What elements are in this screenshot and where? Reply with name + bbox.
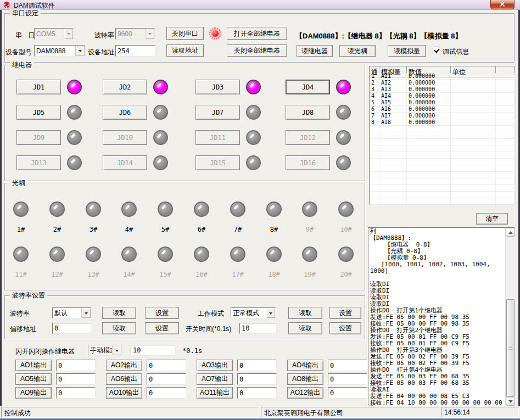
chevron-down-icon[interactable]	[266, 308, 275, 318]
read-analog-button[interactable]: 读模拟量	[388, 45, 426, 57]
ao-output-button-2[interactable]: AO2输出	[106, 360, 142, 371]
ao-output-button-5[interactable]: AO5输出	[15, 373, 52, 385]
table-cell: 0.000000	[407, 73, 451, 80]
table-cell	[451, 93, 496, 99]
relay-button-jd6[interactable]: JD6	[103, 105, 147, 120]
serial-port-label: 串 口	[15, 31, 35, 40]
read-relay-button[interactable]: 读继电器	[297, 45, 333, 57]
scroll-up-icon[interactable]	[506, 228, 515, 237]
table-cell	[451, 80, 496, 86]
ao-output-input-7[interactable]	[237, 373, 277, 385]
ao-output-input-9[interactable]	[56, 387, 96, 399]
offset-set-button[interactable]: 设置	[145, 322, 179, 334]
chevron-down-icon[interactable]	[75, 46, 85, 56]
chevron-down-icon[interactable]	[81, 308, 91, 318]
relay-button-jd16[interactable]: JD16	[286, 155, 330, 170]
opto-led-13	[86, 247, 101, 262]
ao-output-button-9[interactable]: AO9输出	[15, 387, 52, 399]
ao-output-button-10[interactable]: AO10输出	[106, 387, 142, 399]
table-cell-empty	[496, 172, 515, 178]
ao-output-input-10[interactable]	[147, 387, 186, 399]
close-all-relays-button[interactable]: 关闭全部继电器	[227, 44, 287, 57]
close-button[interactable]	[490, 0, 515, 9]
ao-output-button-8[interactable]: AO8输出	[287, 373, 323, 385]
table-cell-channel: 1	[370, 73, 379, 80]
ao-output-button-1[interactable]: AO1输出	[15, 360, 52, 371]
relay-button-jd7[interactable]: JD7	[195, 105, 240, 120]
debug-info-checkbox[interactable]	[433, 47, 440, 54]
ao-output-input-6[interactable]	[147, 373, 186, 385]
relay-button-jd3[interactable]: JD3	[195, 80, 240, 94]
log-scrollbar[interactable]	[505, 228, 515, 406]
ao-output-input-8[interactable]	[328, 373, 367, 385]
table-cell-empty	[379, 178, 407, 185]
chevron-down-icon[interactable]	[112, 345, 121, 355]
chevron-down-icon	[145, 29, 154, 39]
relay-button-jd14[interactable]: JD14	[103, 155, 147, 170]
table-cell-empty	[407, 165, 451, 172]
baud-read-button[interactable]: 读取	[102, 307, 136, 319]
baudrate-label: 波特率	[94, 31, 114, 40]
ao-output-input-12[interactable]	[328, 387, 367, 399]
device-model-select[interactable]: DAM0888	[34, 45, 85, 57]
relay-button-jd8[interactable]: JD8	[286, 105, 330, 120]
opto-label-8: 8#	[262, 226, 286, 233]
ao-output-button-12[interactable]: AO12输出	[287, 387, 323, 399]
relay-button-jd4[interactable]: JD4	[286, 80, 330, 94]
open-all-relays-button[interactable]: 打开全部继电器	[227, 27, 287, 40]
log-box[interactable]: 列 【DAM0888】: 【继电器 0-8】 【光耦 0-8】 【模拟量 0-8…	[368, 227, 515, 406]
read-opto-button[interactable]: 读光耦	[339, 45, 376, 57]
flash-time-input[interactable]	[131, 345, 176, 356]
relay-button-jd12[interactable]: JD12	[286, 130, 330, 145]
relay-button-jd11[interactable]: JD11	[195, 130, 240, 145]
opto-label-17: 17#	[226, 271, 250, 278]
switch-time-input[interactable]	[239, 323, 277, 334]
opto-label-16: 16#	[189, 271, 214, 278]
log-text: 列 【DAM0888】: 【继电器 0-8】 【光耦 0-8】 【模拟量 0-8…	[368, 228, 515, 406]
baud-select[interactable]: 默认	[52, 307, 91, 318]
serial-port-select: COM5	[34, 28, 74, 40]
ao-output-input-11[interactable]	[237, 387, 277, 399]
relay-button-jd2[interactable]: JD2	[103, 80, 147, 94]
relay-button-jd1[interactable]: JD1	[16, 80, 61, 94]
relay-button-jd10[interactable]: JD10	[103, 130, 147, 145]
baud-set-button[interactable]: 设置	[145, 307, 179, 319]
relay-button-jd15[interactable]: JD15	[195, 155, 240, 170]
ao-output-input-1[interactable]	[56, 360, 96, 371]
work-mode-read-button[interactable]: 读取	[288, 307, 322, 319]
relay-button-jd13[interactable]: JD13	[16, 155, 61, 170]
title-bar[interactable]: DAM调试软件	[0, 0, 520, 10]
ao-output-input-2[interactable]	[147, 360, 186, 371]
window-border-left	[0, 10, 2, 420]
scrollbar-thumb[interactable]	[506, 299, 515, 397]
ao-output-button-6[interactable]: AO6输出	[106, 373, 142, 385]
table-cell-empty	[379, 132, 407, 139]
switch-time-read-button[interactable]: 读取	[288, 322, 322, 334]
relay-button-jd9[interactable]: JD9	[16, 130, 61, 145]
work-mode-label: 工作模式	[198, 309, 224, 318]
work-mode-set-button[interactable]: 设置	[329, 307, 361, 319]
work-mode-select[interactable]: 正常模式	[231, 307, 276, 318]
device-address-input[interactable]	[115, 45, 155, 57]
read-address-button[interactable]: 读取地址	[166, 44, 204, 57]
flash-mode-select[interactable]: 手动模式	[88, 345, 122, 356]
ao-output-button-4[interactable]: AO4输出	[287, 360, 323, 371]
relay-button-jd5[interactable]: JD5	[16, 105, 61, 120]
scroll-down-icon[interactable]	[506, 397, 515, 406]
ao-output-button-3[interactable]: AO3输出	[197, 360, 233, 371]
ao-output-button-11[interactable]: AO11输出	[197, 387, 233, 399]
analog-table[interactable]: 通模拟量数值单位1AI10.0000002AI20.0000003AI30.00…	[369, 66, 515, 205]
table-cell: AI3	[379, 86, 407, 93]
clear-log-button[interactable]: 清空	[476, 213, 508, 225]
offset-address-input[interactable]	[52, 323, 91, 334]
opto-led-11	[13, 247, 29, 262]
close-serial-button[interactable]: 关闭串口	[166, 27, 204, 40]
ao-output-input-3[interactable]	[237, 360, 277, 371]
table-cell	[496, 86, 515, 93]
ao-output-input-4[interactable]	[328, 360, 367, 371]
switch-time-set-button[interactable]: 设置	[329, 322, 361, 334]
ao-output-input-5[interactable]	[56, 373, 96, 385]
offset-read-button[interactable]: 读取	[102, 322, 136, 334]
ao-output-button-7[interactable]: AO7输出	[197, 373, 233, 385]
table-cell: 0.000000	[407, 106, 451, 113]
